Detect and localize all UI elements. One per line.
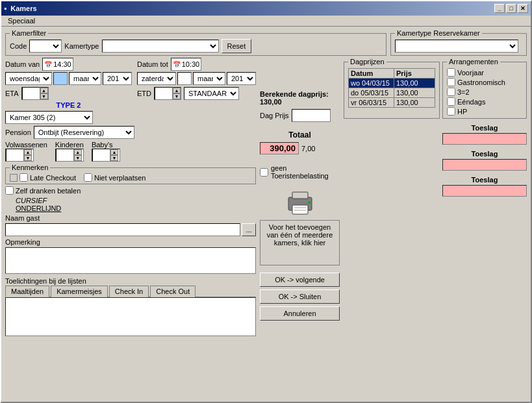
datum-tot-month[interactable]: maart <box>193 72 225 85</box>
arrangement-label: Eéndags <box>457 98 485 106</box>
babies-up-btn[interactable]: ▲ <box>110 149 118 155</box>
babies-spinbox[interactable]: 0 ▲ ▼ <box>92 149 120 162</box>
printer-icon <box>285 189 316 215</box>
kinderen-spinbox[interactable]: 0 ▲ ▼ <box>55 149 84 162</box>
minimize-button[interactable]: _ <box>494 4 505 13</box>
eta-time-input[interactable]: 14:30 <box>22 87 40 100</box>
volwassenen-down-btn[interactable]: ▼ <box>24 155 32 161</box>
arrangement-checkbox[interactable] <box>447 68 455 77</box>
datum-van-weekday[interactable]: woensdag <box>5 72 52 85</box>
window-title: Kamers <box>10 5 36 12</box>
arrangementen-group: Arrangementen VoorjaarGastronomisch3=2Eé… <box>442 58 527 119</box>
kinderen-up-btn[interactable]: ▲ <box>74 149 82 155</box>
volwassenen-spinbox[interactable]: 2 ▲ ▼ <box>5 149 34 162</box>
middle-panel: Berekende dagprijs: 130,00 Dag Prijs 130… <box>260 58 340 336</box>
etd-up-btn[interactable]: ▲ <box>173 88 181 93</box>
etd-time-input[interactable]: 10:30 <box>155 87 173 100</box>
eta-up-btn[interactable]: ▲ <box>40 88 48 93</box>
datum-tot-time: 10:30 <box>182 60 200 68</box>
niet-verplaatsen-checkbox[interactable] <box>84 173 92 182</box>
toeslag-2-label: Toeslag <box>442 150 527 158</box>
babies-input[interactable]: 0 <box>92 149 110 162</box>
tab-check-out[interactable]: Check Out <box>150 286 196 297</box>
naam-gast-input[interactable] <box>5 223 240 236</box>
etd-spin-buttons: ▲ ▼ <box>173 88 181 99</box>
datum-van-year[interactable]: 2015 <box>103 72 132 85</box>
opmerking-textarea[interactable] <box>5 247 256 274</box>
datum-tot-weekday[interactable]: zaterdag <box>137 72 176 85</box>
voor-het-box[interactable]: Voor het toevoegen van één of meerdere k… <box>260 220 340 265</box>
ok-sluiten-button[interactable]: OK -> Sluiten <box>260 289 340 304</box>
close-button[interactable]: ✕ <box>518 4 528 13</box>
arrangementen-list: VoorjaarGastronomisch3=2EéndagsHP <box>447 68 522 116</box>
babies-down-btn[interactable]: ▼ <box>110 155 118 161</box>
code-label: Code <box>10 42 27 50</box>
dagprijs-price: 130,00 <box>394 98 435 108</box>
toelichtingen-group: Toelichtingen bij de lijsten Maaltijden … <box>5 277 256 336</box>
etd-down-btn[interactable]: ▼ <box>173 93 181 99</box>
arrangement-checkbox[interactable] <box>447 88 455 96</box>
table-row[interactable]: vr 06/03/15130,00 <box>349 98 435 108</box>
kamertype-reservekamer-legend: Kamertype Reservekamer <box>395 29 482 37</box>
arrangement-item[interactable]: Gastronomisch <box>447 78 522 86</box>
late-checkout-checkbox[interactable] <box>19 173 28 182</box>
reservekamer-select[interactable] <box>395 40 518 53</box>
tab-kamermeisjes[interactable]: Kamermeisjes <box>51 286 108 297</box>
geen-toeristenbelasting-row: geen Toeristenbelasting <box>260 164 340 180</box>
kamer-select[interactable]: Kamer 305 (2) <box>5 111 93 124</box>
datum-van-time-box: 📅 14:30 <box>42 58 73 71</box>
kinderen-down-btn[interactable]: ▼ <box>74 155 82 161</box>
toeslag-1-box <box>442 133 527 145</box>
annuleren-button[interactable]: Annuleren <box>260 306 340 321</box>
datum-tot-year[interactable]: 2015 <box>227 72 256 85</box>
etd-spinbox[interactable]: 10:30 ▲ ▼ <box>154 87 181 100</box>
volwassenen-up-btn[interactable]: ▲ <box>24 149 32 155</box>
kenmerken-group: Kenmerken Late Checkout Niet verplaatsen <box>5 164 256 184</box>
kinderen-input[interactable]: 0 <box>56 149 74 162</box>
main-area: Datum van 📅 14:30 woensdag 04 <box>5 58 527 336</box>
eta-spinbox[interactable]: 14:30 ▲ ▼ <box>21 87 49 100</box>
table-row[interactable]: wo 04/03/15130,00 <box>349 79 435 88</box>
ok-volgende-button[interactable]: OK -> volgende <box>260 273 340 287</box>
eta-down-btn[interactable]: ▼ <box>40 93 48 99</box>
pension-select[interactable]: Ontbijt (Reservering) <box>34 126 134 139</box>
datum-tot-day[interactable]: 07 <box>177 72 192 85</box>
table-row[interactable]: do 05/03/15130,00 <box>349 88 435 98</box>
datum-tot-date-group: zaterdag 07 maart 2015 <box>137 72 256 85</box>
reset-button[interactable]: Reset <box>222 39 252 53</box>
arrangement-checkbox[interactable] <box>447 107 455 116</box>
kamertype-select[interactable] <box>102 40 219 53</box>
standaard-select[interactable]: STANDAARD <box>184 87 239 100</box>
arrangement-item[interactable]: Eéndags <box>447 97 522 106</box>
kamer-pension-row: Kamer 305 (2) <box>5 111 256 124</box>
datum-van-day[interactable]: 04 <box>53 72 68 85</box>
berekende-dagprijs-label: Berekende dagprijs: <box>260 90 329 98</box>
totaal-extra: 7,00 <box>301 145 315 153</box>
printer-icon-area[interactable] <box>285 189 316 215</box>
volwassenen-input[interactable]: 2 <box>6 149 24 162</box>
geen-toeristenbelasting-checkbox[interactable] <box>260 168 268 177</box>
dag-prijs-input[interactable]: 130,00 <box>292 109 331 122</box>
maximize-button[interactable]: □ <box>506 4 516 13</box>
volwassenen-group: Volwassenen 2 ▲ ▼ <box>5 141 47 162</box>
naam-gast-ellipsis-btn[interactable]: ... <box>242 223 256 236</box>
datum-van-group: Datum van 📅 14:30 woensdag 04 <box>5 58 132 109</box>
opmerking-label: Opmerking <box>5 238 40 246</box>
zelf-dranken-checkbox[interactable] <box>5 186 14 195</box>
tab-maaltijden[interactable]: Maaltijden <box>5 286 49 297</box>
arrangement-checkbox[interactable] <box>447 78 455 86</box>
arrangement-item[interactable]: Voorjaar <box>447 68 522 77</box>
arrangement-checkbox[interactable] <box>447 97 455 106</box>
code-select[interactable] <box>29 40 62 53</box>
kamerfilter-group: Kamerfilter Code Kamertype Reset <box>5 29 386 56</box>
dagprijzen-table: Datum Prijs wo 04/03/15130,00do 05/03/15… <box>348 68 435 108</box>
arrangement-item[interactable]: HP <box>447 107 522 116</box>
etd-label: ETD <box>137 90 151 97</box>
arrangement-label: HP <box>457 108 467 116</box>
menu-speciaal[interactable]: Speciaal <box>5 16 38 25</box>
datum-van-month[interactable]: maart <box>69 72 101 85</box>
tab-check-in[interactable]: Check In <box>109 286 149 297</box>
totaal-row: 390,00 7,00 <box>260 142 340 154</box>
arrangement-item[interactable]: 3=2 <box>447 88 522 96</box>
datum-tot-time-box: 📅 10:30 <box>171 58 202 71</box>
